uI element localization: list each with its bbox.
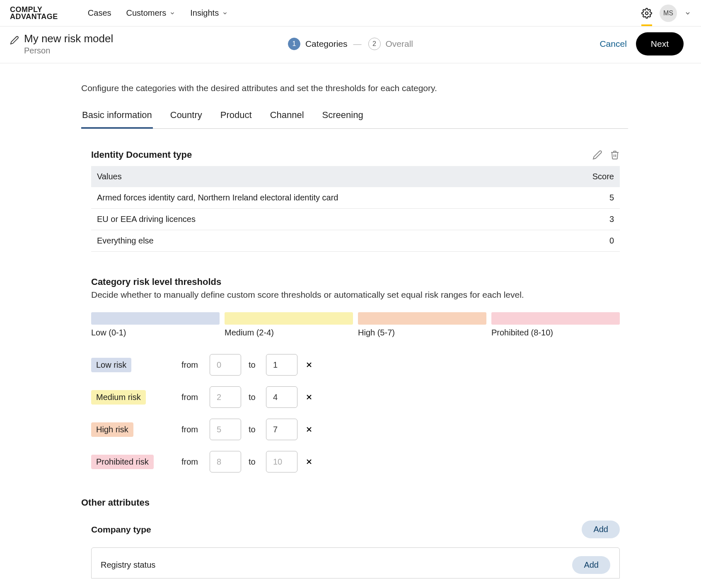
step-overall[interactable]: 2 Overall [368, 38, 413, 50]
score-cell: 5 [562, 187, 620, 209]
from-label: from [181, 457, 202, 467]
threshold-to-input[interactable] [266, 419, 297, 440]
risk-label-high: High (5-7) [358, 328, 486, 337]
remove-threshold-button[interactable] [305, 393, 317, 401]
chevron-down-icon [222, 10, 228, 16]
threshold-to-input[interactable] [266, 386, 297, 408]
to-label: to [249, 360, 259, 370]
topbar: COMPLY ADVANTAGE Cases Customers Insight… [0, 0, 701, 27]
col-score: Score [562, 166, 620, 187]
cancel-button[interactable]: Cancel [599, 39, 626, 49]
threshold-from-input[interactable] [210, 451, 241, 472]
tab-basic-information[interactable]: Basic information [81, 110, 153, 129]
tab-channel[interactable]: Channel [269, 110, 305, 128]
other-attributes-title: Other attributes [81, 497, 620, 508]
category-tabs: Basic information Country Product Channe… [81, 110, 628, 129]
nav-cases[interactable]: Cases [88, 8, 111, 18]
chevron-down-icon[interactable] [684, 10, 691, 17]
to-label: to [249, 457, 259, 467]
risk-label-prohibited: Prohibited (8-10) [491, 328, 620, 337]
avatar[interactable]: MS [660, 5, 677, 22]
close-icon [305, 393, 313, 401]
nav-customers[interactable]: Customers [126, 8, 176, 18]
attribute-title: Identity Document type [91, 149, 192, 160]
value-cell: EU or EEA driving licences [91, 209, 562, 230]
intro-text: Configure the categories with the desire… [81, 83, 628, 93]
tab-product[interactable]: Product [220, 110, 253, 128]
risk-seg-medium [225, 312, 353, 325]
svg-point-0 [645, 12, 648, 14]
score-cell: 3 [562, 209, 620, 230]
risk-label-low: Low (0-1) [91, 328, 220, 337]
threshold-row: Medium risk from to [91, 386, 620, 408]
chevron-down-icon [169, 10, 175, 16]
stepper: 1 Categories — 2 Overall [288, 38, 413, 50]
nav-items: Cases Customers Insights [88, 8, 228, 18]
threshold-from-input[interactable] [210, 386, 241, 408]
value-cell: Armed forces identity card, Northern Ire… [91, 187, 562, 209]
thresholds-section: Category risk level thresholds Decide wh… [91, 277, 620, 472]
close-icon [305, 361, 313, 369]
nav-insights[interactable]: Insights [190, 8, 228, 18]
from-label: from [181, 360, 202, 370]
risk-seg-low [91, 312, 220, 325]
to-label: to [249, 425, 259, 434]
to-label: to [249, 393, 259, 402]
brand-logo: COMPLY ADVANTAGE [10, 6, 58, 19]
delete-attribute-button[interactable] [610, 150, 620, 160]
step-categories[interactable]: 1 Categories [288, 38, 348, 50]
threshold-row: High risk from to [91, 419, 620, 440]
edit-attribute-button[interactable] [592, 150, 602, 160]
tab-country[interactable]: Country [169, 110, 203, 128]
remove-threshold-button[interactable] [305, 458, 317, 466]
table-row: Armed forces identity card, Northern Ire… [91, 187, 620, 209]
threshold-from-input[interactable] [210, 354, 241, 376]
main-content: Configure the categories with the desire… [73, 63, 628, 588]
risk-badge: High risk [91, 422, 133, 437]
table-row: EU or EEA driving licences3 [91, 209, 620, 230]
close-icon [305, 425, 313, 434]
gear-icon [641, 8, 652, 19]
threshold-row: Low risk from to [91, 354, 620, 376]
from-label: from [181, 425, 202, 434]
values-table: Values Score Armed forces identity card,… [91, 166, 620, 252]
other-attr-label: Company type [91, 525, 151, 535]
trash-icon [610, 150, 620, 160]
pencil-icon[interactable] [10, 36, 19, 45]
pencil-icon [592, 150, 602, 160]
close-icon [305, 458, 313, 466]
threshold-from-input[interactable] [210, 419, 241, 440]
threshold-row: Prohibited risk from to [91, 451, 620, 472]
threshold-to-input[interactable] [266, 451, 297, 472]
page-subtitle: Person [24, 46, 113, 55]
risk-seg-prohibited [491, 312, 620, 325]
other-attr-registry-status: Registry status Add [91, 547, 620, 578]
remove-threshold-button[interactable] [305, 361, 317, 369]
attribute-identity-document: Identity Document type Values Score Arme… [91, 149, 620, 252]
remove-threshold-button[interactable] [305, 425, 317, 434]
score-cell: 0 [562, 230, 620, 252]
risk-badge: Low risk [91, 358, 131, 372]
risk-seg-high [358, 312, 486, 325]
risk-bar: Low (0-1) Medium (2-4) High (5-7) Prohib… [91, 312, 620, 337]
topbar-right: MS [641, 5, 691, 22]
value-cell: Everything else [91, 230, 562, 252]
col-values: Values [91, 166, 562, 187]
thresholds-title: Category risk level thresholds [91, 277, 620, 287]
threshold-to-input[interactable] [266, 354, 297, 376]
from-label: from [181, 393, 202, 402]
page-header: My new risk model Person 1 Categories — … [0, 27, 701, 63]
thresholds-desc: Decide whether to manually define custom… [91, 290, 620, 300]
page-title: My new risk model [24, 32, 113, 45]
add-company-type-button[interactable]: Add [582, 521, 620, 538]
risk-badge: Prohibited risk [91, 455, 154, 469]
threshold-rows: Low risk from to Medium risk from to Hig… [91, 354, 620, 472]
table-row: Everything else0 [91, 230, 620, 252]
next-button[interactable]: Next [636, 32, 684, 55]
add-registry-status-button[interactable]: Add [572, 556, 610, 574]
other-attr-company-type: Company type Add [91, 521, 620, 538]
tab-screening[interactable]: Screening [321, 110, 364, 128]
risk-badge: Medium risk [91, 390, 146, 405]
settings-button[interactable] [641, 8, 652, 19]
risk-label-medium: Medium (2-4) [225, 328, 353, 337]
